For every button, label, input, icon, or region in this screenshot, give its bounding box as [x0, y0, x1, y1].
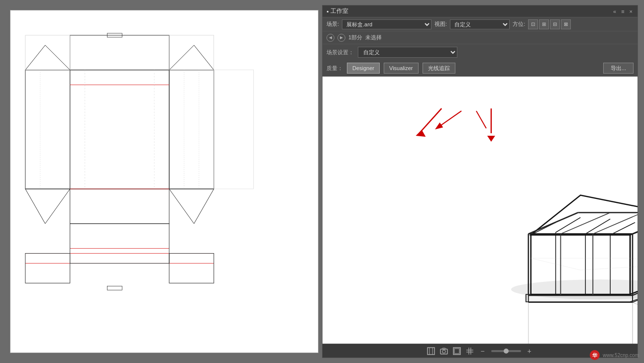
svg-rect-3 [25, 70, 70, 189]
parts-label: 1部分 [348, 34, 362, 41]
plus-icon[interactable]: + [525, 347, 534, 356]
view-select[interactable]: 自定义 [450, 19, 510, 29]
view-icons: ⊡ ⊞ ⊟ ⊠ [528, 19, 571, 29]
scene-toolbar: 场景: 展标盒.ard 视图: 自定义 方位: ⊡ ⊞ ⊟ ⊠ [322, 17, 638, 31]
menu-button[interactable]: ≡ [620, 8, 625, 14]
svg-marker-8 [169, 45, 214, 70]
svg-text:华: 华 [592, 353, 598, 358]
svg-rect-72 [428, 348, 434, 355]
svg-rect-26 [169, 35, 214, 70]
scene-label: 场景: [326, 20, 339, 28]
direction-label: 方位: [513, 20, 525, 28]
view-label: 视图: [434, 20, 447, 28]
svg-marker-71 [633, 302, 638, 344]
view-icon-3[interactable]: ⊟ [550, 19, 560, 29]
svg-rect-1 [70, 35, 169, 70]
panel-icon: ▪ [326, 8, 328, 15]
svg-rect-70 [529, 302, 633, 344]
svg-rect-25 [25, 35, 70, 70]
svg-marker-49 [531, 258, 638, 270]
svg-rect-0 [70, 70, 169, 189]
panel-controls: « ≡ × [612, 8, 634, 14]
play-button[interactable]: ▶ [337, 34, 345, 42]
playback-row: ◀ ▶ 1部分 未选择 [322, 31, 638, 44]
scene-settings-row: 场景设置： 自定义 [322, 44, 638, 60]
svg-rect-79 [454, 349, 459, 354]
selection-label: 未选择 [365, 34, 382, 41]
svg-line-67 [593, 212, 638, 234]
visualizer-button[interactable]: Visualizer [384, 63, 419, 74]
view-icon-2[interactable]: ⊞ [539, 19, 549, 29]
collapse-button[interactable]: « [612, 8, 617, 14]
export-button[interactable]: 导出... [603, 63, 634, 74]
svg-rect-16 [25, 254, 70, 283]
viewport[interactable] [322, 77, 638, 344]
panel-header: ▪ 工作室 « ≡ × [322, 5, 638, 17]
logo-icon: 华 [589, 349, 601, 361]
svg-rect-4 [169, 70, 214, 189]
quality-label: 质量： [326, 65, 343, 72]
svg-line-42 [556, 217, 581, 232]
camera-icon[interactable] [439, 347, 448, 356]
scene-settings-select[interactable]: 自定义 [358, 47, 457, 58]
designer-button[interactable]: Designer [347, 63, 380, 74]
watermark-text: www.52cnp.com [603, 353, 639, 358]
svg-rect-17 [169, 254, 214, 283]
svg-rect-15 [70, 224, 169, 264]
zoom-slider[interactable] [491, 350, 521, 352]
grid-icon[interactable] [465, 347, 474, 356]
fit-icon[interactable] [427, 347, 435, 356]
svg-marker-7 [25, 189, 70, 224]
svg-rect-2 [70, 189, 169, 224]
scene-select[interactable]: 展标盒.ard [342, 19, 431, 29]
svg-rect-19 [107, 286, 122, 290]
svg-point-76 [442, 350, 445, 353]
zoom-slider-thumb [504, 349, 509, 354]
scene-settings-label: 场景设置： [326, 49, 354, 56]
panel-title-text: 工作室 [330, 7, 348, 15]
svg-marker-9 [169, 189, 214, 224]
back-button[interactable]: ◀ [326, 34, 334, 42]
svg-rect-5 [214, 70, 254, 189]
right-workspace-panel: ▪ 工作室 « ≡ × 场景: 展标盒.ard 视图: 自定义 方位: ⊡ ⊞ [322, 5, 638, 358]
frame-icon[interactable] [452, 347, 461, 356]
close-button[interactable]: × [629, 8, 634, 14]
view-icon-1[interactable]: ⊡ [528, 19, 538, 29]
left-drawing-panel [10, 10, 319, 353]
raytracing-button[interactable]: 光线追踪 [423, 63, 455, 74]
minus-icon[interactable]: − [478, 347, 487, 356]
svg-marker-6 [25, 45, 70, 70]
watermark-area: 华 www.52cnp.com [589, 349, 639, 361]
panel-title: ▪ 工作室 [326, 7, 348, 15]
view-icon-4[interactable]: ⊠ [561, 19, 571, 29]
quality-row: 质量： Designer Visualizer 光线追踪 导出... [322, 60, 638, 77]
svg-line-44 [610, 222, 635, 235]
